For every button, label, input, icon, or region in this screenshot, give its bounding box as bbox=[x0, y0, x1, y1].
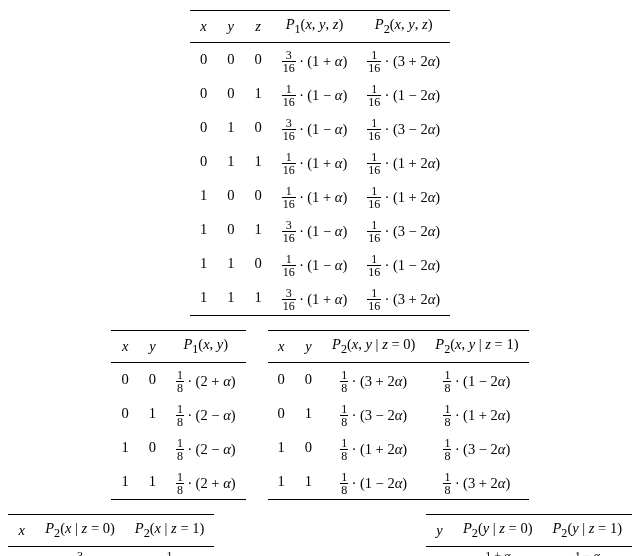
header-p1: P1(x, y, z) bbox=[272, 11, 358, 43]
cell-y: 1 bbox=[217, 145, 244, 179]
cell-x: 0 bbox=[190, 42, 217, 77]
table-row: 1118·(1 − 2α)18·(3 + 2α) bbox=[268, 465, 529, 499]
cell-x: 1 bbox=[190, 213, 217, 247]
table-row: 0018·(2 + α) bbox=[111, 362, 245, 397]
cell-y: 0 bbox=[295, 362, 322, 397]
cell-p1: 316·(1 + α) bbox=[272, 42, 358, 77]
table-row: 0118·(3 − 2α)18·(1 + 2α) bbox=[268, 397, 529, 431]
table-row: 01 + α21 − α2 bbox=[426, 546, 632, 556]
cell-x: 0 bbox=[190, 145, 217, 179]
cell-x: 1 bbox=[111, 465, 138, 499]
header-x: x bbox=[8, 514, 35, 546]
cell-p1: 116·(1 − α) bbox=[272, 77, 358, 111]
cell-z: 0 bbox=[244, 111, 271, 145]
cell-p2z0: 18·(3 + 2α) bbox=[322, 362, 425, 397]
table-joint-p1-p2: x y z P1(x, y, z) P2(x, y, z) 000316·(1 … bbox=[190, 10, 450, 316]
cell-y: 0 bbox=[217, 42, 244, 77]
cell-p2: 116·(3 − 2α) bbox=[357, 213, 450, 247]
table-row: 0018·(3 + 2α)18·(1 − 2α) bbox=[268, 362, 529, 397]
cell-x: 1 bbox=[190, 179, 217, 213]
cell-p2: 116·(3 + 2α) bbox=[357, 281, 450, 315]
cell-y: 1 bbox=[139, 465, 166, 499]
cell-z: 0 bbox=[244, 247, 271, 281]
cell-z: 1 bbox=[244, 145, 271, 179]
header-x: x bbox=[190, 11, 217, 43]
cell-x: 0 bbox=[268, 397, 295, 431]
cell-x: 1 bbox=[268, 431, 295, 465]
table-row: 101316·(1 − α)116·(3 − 2α) bbox=[190, 213, 450, 247]
header-p2xz0: P2(x | z = 0) bbox=[35, 514, 125, 546]
header-y: y bbox=[426, 514, 453, 546]
cell-x: 0 bbox=[111, 362, 138, 397]
header-x: x bbox=[111, 330, 138, 362]
cell-p1xy: 18·(2 + α) bbox=[166, 465, 246, 499]
cell-p2: 116·(1 + 2α) bbox=[357, 179, 450, 213]
cell-x: 1 bbox=[190, 281, 217, 315]
header-p2z0: P2(x, y | z = 0) bbox=[322, 330, 425, 362]
table-row: 000316·(1 + α)116·(3 + 2α) bbox=[190, 42, 450, 77]
cell-p2z0: 18·(3 − 2α) bbox=[322, 397, 425, 431]
cell-p2xz0: 34 bbox=[35, 546, 125, 556]
table-p2-x-given-z: x P2(x | z = 0) P2(x | z = 1) 0341411434 bbox=[8, 514, 214, 556]
cell-x: 0 bbox=[190, 111, 217, 145]
cell-p2z1: 18·(1 + 2α) bbox=[425, 397, 528, 431]
header-p2xz1: P2(x | z = 1) bbox=[125, 514, 215, 546]
cell-z: 1 bbox=[244, 281, 271, 315]
header-p1xy: P1(x, y) bbox=[166, 330, 246, 362]
cell-p1: 116·(1 − α) bbox=[272, 247, 358, 281]
cell-x: 0 bbox=[8, 546, 35, 556]
header-x: x bbox=[268, 330, 295, 362]
cell-p2xz1: 14 bbox=[125, 546, 215, 556]
cell-x: 0 bbox=[268, 362, 295, 397]
cell-p2yz0: 1 + α2 bbox=[453, 546, 543, 556]
cell-y: 1 bbox=[295, 397, 322, 431]
cell-p2z1: 18·(1 − 2α) bbox=[425, 362, 528, 397]
cell-x: 1 bbox=[268, 465, 295, 499]
cell-y: 0 bbox=[217, 77, 244, 111]
table-p2-xy-given-z: x y P2(x, y | z = 0) P2(x, y | z = 1) 00… bbox=[268, 330, 529, 500]
table-row: 1018·(1 + 2α)18·(3 − 2α) bbox=[268, 431, 529, 465]
cell-p2: 116·(1 − 2α) bbox=[357, 247, 450, 281]
cell-y: 0 bbox=[139, 362, 166, 397]
cell-p2z0: 18·(1 − 2α) bbox=[322, 465, 425, 499]
cell-z: 0 bbox=[244, 42, 271, 77]
cell-p2z0: 18·(1 + 2α) bbox=[322, 431, 425, 465]
table-row: 010316·(1 − α)116·(3 − 2α) bbox=[190, 111, 450, 145]
row-2: x y P1(x, y) 0018·(2 + α)0118·(2 − α)101… bbox=[8, 330, 632, 500]
cell-y: 1 bbox=[217, 111, 244, 145]
cell-p2z1: 18·(3 − 2α) bbox=[425, 431, 528, 465]
cell-p1: 316·(1 − α) bbox=[272, 213, 358, 247]
cell-p1: 316·(1 + α) bbox=[272, 281, 358, 315]
cell-y: 1 bbox=[295, 465, 322, 499]
cell-p1xy: 18·(2 − α) bbox=[166, 397, 246, 431]
cell-z: 1 bbox=[244, 77, 271, 111]
table-row: 001116·(1 − α)116·(1 − 2α) bbox=[190, 77, 450, 111]
cell-y: 0 bbox=[217, 179, 244, 213]
table-row: 0118·(2 − α) bbox=[111, 397, 245, 431]
cell-p1xy: 18·(2 + α) bbox=[166, 362, 246, 397]
cell-p2: 116·(3 + 2α) bbox=[357, 42, 450, 77]
row-1: x y z P1(x, y, z) P2(x, y, z) 000316·(1 … bbox=[8, 10, 632, 316]
cell-y: 0 bbox=[139, 431, 166, 465]
cell-z: 0 bbox=[244, 179, 271, 213]
table-row: 111316·(1 + α)116·(3 + 2α) bbox=[190, 281, 450, 315]
table-p2-y-given-z: y P2(y | z = 0) P2(y | z = 1) 01 + α21 −… bbox=[426, 514, 632, 556]
cell-x: 0 bbox=[190, 77, 217, 111]
cell-p1: 116·(1 + α) bbox=[272, 179, 358, 213]
cell-y: 0 bbox=[426, 546, 453, 556]
header-y: y bbox=[295, 330, 322, 362]
header-p2z1: P2(x, y | z = 1) bbox=[425, 330, 528, 362]
cell-p2: 116·(3 − 2α) bbox=[357, 111, 450, 145]
cell-y: 1 bbox=[217, 247, 244, 281]
cell-x: 0 bbox=[111, 397, 138, 431]
table-row: 100116·(1 + α)116·(1 + 2α) bbox=[190, 179, 450, 213]
table-row: 110116·(1 − α)116·(1 − 2α) bbox=[190, 247, 450, 281]
cell-p2yz1: 1 − α2 bbox=[542, 546, 632, 556]
header-p2yz0: P2(y | z = 0) bbox=[453, 514, 543, 546]
cell-y: 1 bbox=[139, 397, 166, 431]
header-p2: P2(x, y, z) bbox=[357, 11, 450, 43]
header-z: z bbox=[244, 11, 271, 43]
cell-p1: 316·(1 − α) bbox=[272, 111, 358, 145]
header-p2yz1: P2(y | z = 1) bbox=[542, 514, 632, 546]
cell-p2: 116·(1 + 2α) bbox=[357, 145, 450, 179]
